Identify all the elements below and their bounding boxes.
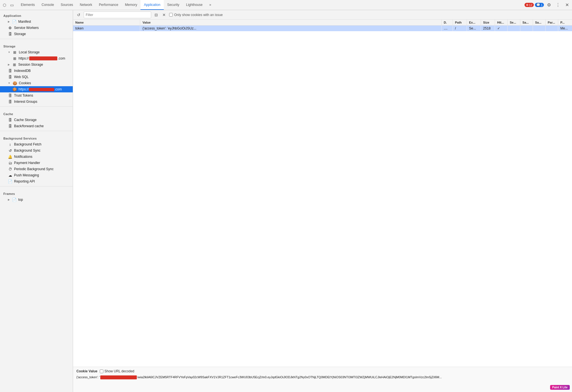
sidebar-item-manifest[interactable]: ▶ 📄 Manifest bbox=[0, 19, 73, 25]
top-frame-icon: 📄 bbox=[12, 198, 17, 202]
col-secure[interactable]: Se... bbox=[507, 20, 520, 26]
refresh-button[interactable]: ↺ bbox=[75, 12, 82, 18]
sidebar-item-trust-tokens[interactable]: 🗄 Trust Tokens bbox=[0, 92, 73, 99]
cell-http: ✓ bbox=[495, 26, 507, 31]
error-count: 12 bbox=[529, 3, 532, 7]
col-http[interactable]: Htt... bbox=[495, 20, 507, 26]
sidebar-item-cookies[interactable]: ▼ 🍪 Cookies bbox=[0, 80, 73, 86]
sidebar-item-label-periodic-bg-sync: Periodic Background Sync bbox=[14, 167, 54, 171]
sidebar: Application ▶ 📄 Manifest ⚙ Service Worke… bbox=[0, 10, 73, 392]
tab-lighthouse[interactable]: Lighthouse bbox=[183, 0, 206, 10]
error-icon: ⊗ bbox=[526, 3, 528, 7]
tab-console[interactable]: Console bbox=[38, 0, 57, 10]
sidebar-item-indexeddb[interactable]: 🗄 IndexedDB bbox=[0, 68, 73, 74]
col-value[interactable]: Value bbox=[140, 20, 441, 26]
tab-sources[interactable]: Sources bbox=[57, 0, 76, 10]
sidebar-item-label-back-forward: Back/forward cache bbox=[14, 124, 44, 128]
sidebar-item-session-storage[interactable]: ▶ ⊞ Session Storage bbox=[0, 61, 73, 68]
section-application: Application ▶ 📄 Manifest ⚙ Service Worke… bbox=[0, 10, 73, 37]
sidebar-item-web-sql[interactable]: 🗄 Web SQL bbox=[0, 74, 73, 80]
trust-tokens-icon: 🗄 bbox=[8, 94, 12, 98]
sidebar-item-top-frame[interactable]: ▶ 📄 top bbox=[0, 197, 73, 203]
section-title-application: Application bbox=[0, 12, 73, 19]
clear-filter-icon[interactable]: ✕ bbox=[161, 12, 167, 18]
sidebar-item-local-storage[interactable]: ▼ ⊞ Local Storage bbox=[0, 49, 73, 55]
sidebar-item-interest-groups[interactable]: 🗄 Interest Groups bbox=[0, 99, 73, 105]
col-domain[interactable]: D. bbox=[441, 20, 453, 26]
sidebar-item-label-sw: Service Workers bbox=[14, 26, 39, 30]
close-icon[interactable]: ✕ bbox=[563, 1, 571, 9]
sidebar-item-label-notifications: Notifications bbox=[14, 155, 32, 159]
sidebar-item-label-session-storage: Session Storage bbox=[18, 63, 43, 67]
tab-security[interactable]: Security bbox=[164, 0, 183, 10]
content-area: ↺ ⊟ ✕ Only show cookies with an issue Na… bbox=[73, 10, 572, 392]
sidebar-item-storage-app[interactable]: 🗄 Storage bbox=[0, 31, 73, 37]
only-issue-label[interactable]: Only show cookies with an issue bbox=[169, 13, 223, 17]
cookie-value-text: {'access_token': 'iwia2lkliA6lCJVZEM5RTF… bbox=[76, 375, 569, 380]
bg-fetch-icon: ↕ bbox=[8, 142, 12, 147]
error-badge[interactable]: ⊗ 12 bbox=[525, 3, 534, 7]
sidebar-item-payment-handler[interactable]: 🗂 Payment Handler bbox=[0, 160, 73, 166]
settings-icon[interactable]: ⚙ bbox=[545, 1, 553, 9]
section-title-bg-services: Background Services bbox=[0, 135, 73, 141]
tab-application[interactable]: Application bbox=[140, 0, 164, 10]
sidebar-item-local-storage-url[interactable]: ⊞ https://.com bbox=[0, 55, 73, 61]
filter-options-icon[interactable]: ⊟ bbox=[153, 12, 160, 18]
back-forward-cache-icon: 🗄 bbox=[8, 124, 12, 128]
sidebar-item-periodic-bg-sync[interactable]: ⏱ Periodic Background Sync bbox=[0, 166, 73, 172]
bg-sync-icon: ↺ bbox=[8, 149, 12, 153]
sidebar-item-label-bg-fetch: Background Fetch bbox=[14, 142, 41, 146]
tab-more[interactable]: » bbox=[206, 0, 215, 10]
sidebar-item-back-forward-cache[interactable]: 🗄 Back/forward cache bbox=[0, 123, 73, 129]
col-samesite[interactable]: Sa... bbox=[520, 20, 533, 26]
col-priority[interactable]: P... bbox=[558, 20, 572, 26]
redacted-local-storage-url bbox=[29, 56, 57, 60]
cell-size: 2518 bbox=[481, 26, 495, 31]
cookie-value-header: Cookie Value Show URL decoded bbox=[76, 369, 569, 373]
redacted-token-value bbox=[100, 375, 137, 379]
device-icon[interactable]: ▭ bbox=[8, 2, 15, 8]
col-name[interactable]: Name bbox=[73, 20, 140, 26]
local-storage-url-icon: ⊞ bbox=[12, 56, 17, 61]
push-messaging-icon: ☁ bbox=[8, 173, 12, 177]
manifest-expand-arrow: ▶ bbox=[8, 20, 10, 23]
col-sameparty[interactable]: Sa... bbox=[533, 20, 545, 26]
tab-memory[interactable]: Memory bbox=[122, 0, 140, 10]
col-partition[interactable]: Par... bbox=[545, 20, 558, 26]
only-issue-checkbox[interactable] bbox=[169, 13, 173, 17]
service-workers-icon: ⚙ bbox=[8, 26, 12, 30]
more-options-icon[interactable]: ⋮ bbox=[554, 1, 562, 9]
sidebar-item-push-messaging[interactable]: ☁ Push Messaging bbox=[0, 172, 73, 178]
col-path[interactable]: Path bbox=[453, 20, 467, 26]
paint-x-badge: Paint X Lite bbox=[550, 385, 570, 390]
sidebar-item-cookies-url[interactable]: 🍪 https://.com bbox=[0, 86, 73, 92]
show-url-decoded-label[interactable]: Show URL decoded bbox=[100, 369, 134, 373]
tab-network[interactable]: Network bbox=[76, 0, 96, 10]
topbar-right: ⊗ 12 💬 1 ⚙ ⋮ ✕ bbox=[525, 1, 571, 9]
sidebar-item-bg-sync[interactable]: ↺ Background Sync bbox=[0, 147, 73, 154]
sidebar-item-reporting-api[interactable]: 📄 Reporting API bbox=[0, 178, 73, 184]
divider-1 bbox=[0, 39, 73, 39]
cell-name: token bbox=[73, 26, 140, 31]
col-expires[interactable]: Ex... bbox=[467, 20, 481, 26]
sidebar-item-bg-fetch[interactable]: ↕ Background Fetch bbox=[0, 141, 73, 147]
filter-input[interactable] bbox=[84, 12, 151, 18]
tab-elements[interactable]: Elements bbox=[17, 0, 38, 10]
sidebar-item-label-interest-groups: Interest Groups bbox=[14, 100, 37, 104]
section-storage: Storage ▼ ⊞ Local Storage ⊞ https://.com… bbox=[0, 41, 73, 105]
info-count: 1 bbox=[541, 3, 543, 7]
table-row[interactable]: token {'access_token': 'eyJhbGciOiJSUz..… bbox=[73, 26, 572, 31]
sidebar-item-notifications[interactable]: 🔔 Notifications bbox=[0, 154, 73, 160]
main-area: Application ▶ 📄 Manifest ⚙ Service Worke… bbox=[0, 10, 572, 392]
col-size[interactable]: Size bbox=[481, 20, 495, 26]
inspect-icon[interactable]: ⬡ bbox=[1, 2, 8, 8]
cell-value: {'access_token': 'eyJhbGciOiJSUz... bbox=[140, 26, 441, 31]
sidebar-item-label-top: top bbox=[18, 198, 23, 202]
info-badge[interactable]: 💬 1 bbox=[535, 3, 544, 7]
tab-performance[interactable]: Performance bbox=[96, 0, 122, 10]
web-sql-icon: 🗄 bbox=[8, 75, 12, 79]
show-url-checkbox[interactable] bbox=[100, 370, 103, 373]
sidebar-item-service-workers[interactable]: ⚙ Service Workers bbox=[0, 25, 73, 31]
sidebar-item-cache-storage[interactable]: 🗄 Cache Storage bbox=[0, 117, 73, 123]
sidebar-item-label-cookies-url: https://.com bbox=[19, 87, 62, 91]
